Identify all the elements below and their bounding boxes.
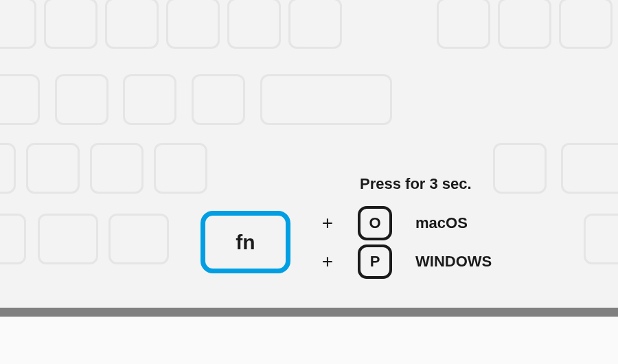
key-outline (498, 0, 551, 49)
key-outline (559, 0, 613, 49)
key-letter: P (370, 253, 380, 271)
o-key: O (358, 206, 392, 240)
key-outline (90, 143, 144, 194)
key-outline (166, 0, 220, 49)
divider-bar (0, 308, 618, 317)
key-letter: O (369, 214, 380, 232)
key-outline (192, 74, 245, 125)
key-outline (26, 143, 80, 194)
key-outline (0, 143, 16, 194)
plus-icon: + (312, 212, 343, 234)
plus-icon: + (312, 251, 343, 273)
combo-row-windows: + P WINDOWS (312, 244, 492, 279)
key-outline (0, 0, 36, 49)
key-outline (561, 143, 618, 194)
key-outline (437, 0, 490, 49)
key-outline (105, 0, 159, 49)
key-outline (0, 74, 40, 125)
p-key: P (358, 244, 392, 279)
key-outline (0, 214, 26, 264)
key-outline (38, 214, 98, 264)
key-outline (44, 0, 98, 49)
key-outline (227, 0, 281, 49)
key-combo-section: + O macOS + P WINDOWS (312, 206, 492, 283)
key-outline (260, 74, 392, 125)
fn-key: fn (201, 211, 290, 273)
key-outline (584, 214, 618, 264)
bottom-area (0, 317, 618, 364)
key-outline (154, 143, 207, 194)
os-label-windows: WINDOWS (415, 253, 492, 271)
fn-key-label: fn (236, 231, 255, 254)
combo-row-macos: + O macOS (312, 206, 492, 240)
key-outline (55, 74, 108, 125)
instruction-text: Press for 3 sec. (360, 175, 472, 193)
key-outline (108, 214, 169, 264)
os-label-macos: macOS (415, 214, 468, 232)
key-outline (288, 0, 342, 49)
key-outline (493, 143, 547, 194)
key-outline (123, 74, 176, 125)
